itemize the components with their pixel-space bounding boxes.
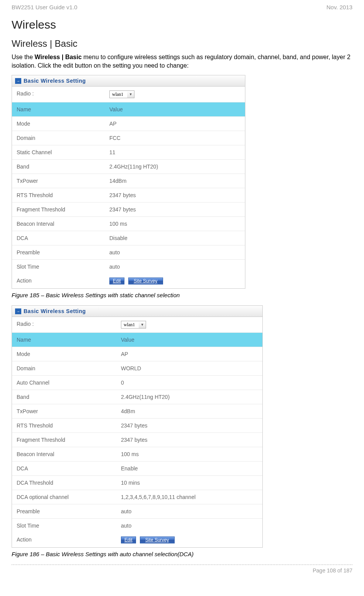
- table-row: Preambleauto: [12, 245, 245, 260]
- radio-dropdown[interactable]: wlan1 ▼: [121, 321, 146, 329]
- row-name: Domain: [12, 131, 105, 145]
- row-value: 2.4GHz(11ng HT20): [105, 160, 245, 174]
- table1-body: ModeAPDomainFCCStatic Channel11Band2.4GH…: [12, 117, 245, 274]
- row-value: auto: [116, 519, 262, 533]
- table-row: DCA optional channel1,2,3,4,5,6,7,8,9,10…: [12, 490, 262, 504]
- table-row: RTS Threshold2347 bytes: [12, 188, 245, 203]
- row-name: Auto Channel: [12, 376, 116, 390]
- radio-row: Radio : wlan1 ▼: [12, 317, 262, 333]
- row-value: 4dBm: [116, 404, 262, 418]
- row-value: 2347 bytes: [116, 433, 262, 447]
- table-row: DomainWORLD: [12, 361, 262, 376]
- row-name: Preamble: [12, 504, 116, 518]
- chevron-down-icon: ▼: [139, 323, 146, 327]
- intro-bold: Wireless | Basic: [35, 54, 82, 60]
- table-header-row: Name Value: [12, 102, 245, 117]
- row-name: DCA optional channel: [12, 490, 116, 504]
- table-row: ModeAP: [12, 117, 245, 131]
- row-value: 14dBm: [105, 174, 245, 188]
- row-name: Band: [12, 160, 105, 174]
- row-value: 2347 bytes: [105, 188, 245, 202]
- row-value: 0: [116, 376, 262, 390]
- table-row: DCAEnable: [12, 461, 262, 476]
- row-value: Enable: [116, 461, 262, 475]
- radio-row: Radio : wlan1 ▼: [12, 87, 245, 102]
- row-name: Domain: [12, 361, 116, 375]
- header-value: Value: [105, 102, 245, 116]
- table-row: Band2.4GHz(11ng HT20): [12, 160, 245, 174]
- header-right: Nov. 2013: [327, 4, 352, 10]
- site-survey-button[interactable]: Site Survey: [140, 536, 175, 543]
- table-row: Fragment Threshold2347 bytes: [12, 203, 245, 217]
- radio-label: Radio :: [12, 317, 116, 332]
- header-left: BW2251 User Guide v1.0: [12, 4, 77, 10]
- table-row: DomainFCC: [12, 131, 245, 145]
- intro-paragraph: Use the Wireless | Basic menu to configu…: [12, 53, 352, 70]
- intro-pre: Use the: [12, 54, 35, 60]
- row-name: Slot Time: [12, 519, 116, 533]
- panel-title: Basic Wireless Setting: [24, 308, 86, 314]
- row-value: 2347 bytes: [116, 419, 262, 433]
- settings-panel-2: → Basic Wireless Setting Radio : wlan1 ▼…: [12, 305, 263, 548]
- page-title: Wireless: [12, 18, 352, 31]
- table-row: Fragment Threshold2347 bytes: [12, 433, 262, 447]
- row-name: Beacon Interval: [12, 447, 116, 461]
- row-value: 10 mins: [116, 476, 262, 490]
- site-survey-button[interactable]: Site Survey: [128, 278, 163, 284]
- row-name: Mode: [12, 347, 116, 361]
- panel-title: Basic Wireless Setting: [24, 78, 86, 84]
- row-name: Fragment Threshold: [12, 433, 116, 447]
- page-footer: Page 108 of 187: [12, 564, 352, 574]
- arrow-icon: →: [15, 78, 21, 84]
- edit-button[interactable]: Edit: [121, 536, 136, 543]
- header-name: Name: [12, 102, 105, 116]
- radio-dropdown[interactable]: wlan1 ▼: [109, 90, 134, 98]
- action-label: Action: [12, 533, 116, 547]
- table-row: Slot Timeauto: [12, 260, 245, 274]
- table-row: Beacon Interval100 ms: [12, 447, 262, 461]
- section-title: Wireless | Basic: [12, 38, 352, 49]
- row-value: 11: [105, 145, 245, 159]
- row-name: Beacon Interval: [12, 217, 105, 231]
- action-label: Action: [12, 274, 105, 288]
- row-value: WORLD: [116, 361, 262, 375]
- row-name: TxPower: [12, 404, 116, 418]
- settings-panel-1: → Basic Wireless Setting Radio : wlan1 ▼…: [12, 75, 245, 289]
- row-value: 100 ms: [105, 217, 245, 231]
- row-name: Preamble: [12, 245, 105, 259]
- header-value: Value: [116, 333, 262, 347]
- row-value: auto: [105, 260, 245, 274]
- table-row: Band2.4GHz(11ng HT20): [12, 390, 262, 404]
- row-value: FCC: [105, 131, 245, 145]
- table-row: TxPower4dBm: [12, 404, 262, 419]
- header-name: Name: [12, 333, 116, 347]
- table-row: Preambleauto: [12, 504, 262, 519]
- panel-title-bar: → Basic Wireless Setting: [12, 306, 262, 317]
- row-name: DCA: [12, 231, 105, 245]
- arrow-icon: →: [15, 308, 21, 314]
- table-header-row: Name Value: [12, 333, 262, 347]
- radio-label: Radio :: [12, 87, 105, 102]
- row-value: auto: [105, 245, 245, 259]
- row-name: Mode: [12, 117, 105, 131]
- dropdown-value: wlan1: [121, 322, 139, 328]
- table-row: DCADisable: [12, 231, 245, 245]
- figure-caption-186: Figure 186 – Basic Wireless Settings wit…: [12, 551, 352, 557]
- row-value: AP: [105, 117, 245, 131]
- table2-body: ModeAPDomainWORLDAuto Channel0Band2.4GHz…: [12, 347, 262, 533]
- table-row: Slot Timeauto: [12, 519, 262, 533]
- row-name: Static Channel: [12, 145, 105, 159]
- row-name: RTS Threshold: [12, 419, 116, 433]
- table-row: RTS Threshold2347 bytes: [12, 419, 262, 433]
- page-header: BW2251 User Guide v1.0 Nov. 2013: [12, 4, 352, 10]
- row-value: auto: [116, 504, 262, 518]
- row-name: Fragment Threshold: [12, 203, 105, 216]
- dropdown-value: wlan1: [110, 91, 127, 98]
- table-row: TxPower14dBm: [12, 174, 245, 188]
- edit-button[interactable]: Edit: [109, 278, 124, 284]
- row-value: 1,2,3,4,5,6,7,8,9,10,11 channel: [116, 490, 262, 504]
- row-value: 2.4GHz(11ng HT20): [116, 390, 262, 404]
- figure-caption-185: Figure 185 – Basic Wireless Settings wit…: [12, 292, 352, 298]
- row-name: Slot Time: [12, 260, 105, 274]
- row-value: Disable: [105, 231, 245, 245]
